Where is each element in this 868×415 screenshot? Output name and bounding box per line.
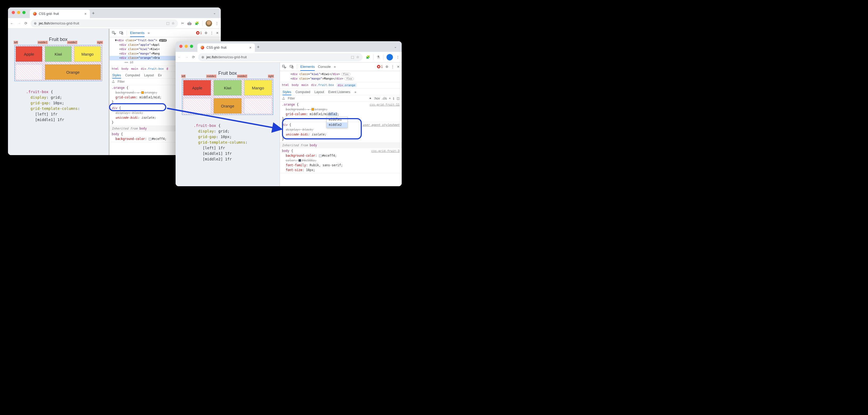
maximize-window-icon[interactable] [190,45,193,48]
browser-tab[interactable]: CSS grid- fruit × [30,9,90,18]
reload-icon[interactable]: ⟳ [192,55,195,59]
tab-dropdown-icon[interactable]: ⌄ [392,43,399,50]
new-rule-icon[interactable]: + [389,97,391,100]
tab-elements[interactable]: Elements [130,31,145,35]
favicon-icon [200,46,204,50]
grid-item-orange: Orange [214,98,241,114]
profile-avatar[interactable]: 👤 [386,54,393,60]
grid-line-label: middle1 [37,41,48,44]
grid-line-label: right [97,41,103,44]
device-mode-icon[interactable] [119,31,123,35]
forward-icon: → [17,21,21,25]
traffic-lights [12,11,26,14]
code-sample: .fruit-box { display: grid; grid-gap: 10… [26,89,96,123]
grid-item-mango: Mango [244,80,272,96]
close-window-icon[interactable] [179,45,183,48]
device-mode-icon[interactable] [289,65,294,69]
ai-assist-icon[interactable]: ✦ [369,97,372,100]
grid-item-mango: Mango [74,46,101,62]
site-info-icon[interactable]: ⊕ [202,55,204,59]
close-devtools-icon[interactable]: ✕ [397,65,400,69]
subtab-layout[interactable]: Layout [314,90,324,94]
computed-styles-icon[interactable]: ⫿ [393,97,395,100]
traffic-lights [179,45,193,48]
favicon-icon [33,12,37,16]
install-app-icon[interactable]: ⬚ [166,21,169,25]
more-tabs-icon[interactable]: » [148,31,150,35]
inspect-icon[interactable] [112,31,116,35]
subtab-styles[interactable]: Styles [112,73,121,77]
extensions-icon[interactable]: 🧩 [195,21,199,25]
grid-empty-cell [183,98,211,114]
bookmark-icon[interactable]: ☆ [172,21,175,25]
menu-icon[interactable]: ⋮ [396,55,400,59]
url-host: jec.fish [39,21,50,25]
address-bar[interactable]: ⊕ jec.fish/demo/css-grid-fruit ⬚ ☆ [198,53,363,61]
sidebar-toggle-icon[interactable]: ◫ [397,97,400,100]
titlebar: CSS grid- fruit × + ⌄ [176,41,402,52]
more-tabs-icon[interactable]: » [334,65,336,69]
page-content: Fruit box left middle1 middle2 right App… [8,29,110,155]
settings-icon[interactable]: ⚙ [385,65,389,69]
settings-icon[interactable]: ⚙ [205,31,208,35]
close-tab-icon[interactable]: × [84,12,87,16]
hov-toggle[interactable]: :hov [374,97,380,100]
grid-overlay: left middle1 middle2 right Apple Kiwi Ma… [14,45,102,81]
extensions-icon[interactable]: 🧩 [366,55,370,59]
menu-icon[interactable]: ⋮ [215,21,219,25]
subtab-styles[interactable]: Styles [282,90,291,94]
subtab-ev[interactable]: Ev [158,73,162,77]
tab-console[interactable]: Console [318,65,331,69]
browser-tab[interactable]: CSS grid- fruit × [197,43,255,52]
styles-pane[interactable]: css-grid-fruit:11 .orange { background: … [280,102,402,186]
bookmark-icon[interactable]: ☆ [356,55,360,59]
new-tab-button[interactable]: + [257,44,260,50]
tab-dropdown-icon[interactable]: ⌄ [211,9,218,16]
scissors-extension-icon[interactable]: ✂ [181,21,184,25]
breadcrumb[interactable]: html body main div.fruit-box div.orange [280,82,402,89]
close-devtools-icon[interactable]: ✕ [216,31,219,35]
close-window-icon[interactable] [12,11,15,14]
address-bar[interactable]: ⊕ jec.fish/demo/css-grid-fruit ⬚ ☆ [31,20,178,27]
close-tab-icon[interactable]: × [249,45,251,50]
filter-input[interactable] [287,96,367,101]
more-subtabs-icon[interactable]: » [354,90,356,94]
grid-line-label: right [268,74,274,78]
subtab-computed[interactable]: Computed [296,90,310,94]
url-path: /demo/css-grid-fruit [50,21,79,25]
new-tab-button[interactable]: + [92,11,95,16]
labs-icon[interactable]: ⚗ [377,55,380,59]
subtab-computed[interactable]: Computed [125,73,140,77]
reload-icon[interactable]: ⟳ [25,21,27,25]
tab-title: CSS grid- fruit [39,12,59,16]
toolbar: ← → ⟳ ⊕ jec.fish/demo/css-grid-fruit ⬚ ☆… [176,52,402,63]
grid-empty-cell [244,98,272,114]
tab-elements[interactable]: Elements [300,65,315,69]
inspect-icon[interactable] [282,65,286,69]
maximize-window-icon[interactable] [22,11,26,14]
site-info-icon[interactable]: ⊕ [34,21,37,25]
filter-icon: ⏃ [282,97,285,100]
install-app-icon[interactable]: ⬚ [351,55,354,59]
autocomplete-item[interactable]: middle1 [327,117,347,122]
forward-icon: → [185,55,188,59]
kebab-menu-icon[interactable]: ⋮ [210,31,213,35]
dom-tree[interactable]: <div class="kiwi">Kiwi</div>flex <div cl… [280,71,402,82]
grid-overlay: left middle1 middle2 right Apple Kiwi Ma… [182,79,273,115]
tab-title: CSS grid- fruit [207,46,226,50]
profile-avatar[interactable] [206,20,212,27]
minimize-window-icon[interactable] [185,45,188,48]
code-sample: .fruit-box { display: grid; grid-gap: 10… [194,123,267,162]
cls-toggle[interactable]: .cls [382,97,387,100]
kebab-menu-icon[interactable]: ⋮ [391,65,394,69]
subtab-ev[interactable]: Event Listeners [328,90,350,94]
minimize-window-icon[interactable] [17,11,20,14]
grid-line-label: left [181,74,186,78]
robot-extension-icon[interactable]: 🤖 [187,21,191,25]
grid-item-kiwi: Kiwi [214,80,241,96]
filter-icon: ⏃ [112,80,115,84]
grid-line-label: middle2 [237,74,247,78]
subtab-layout[interactable]: Layout [144,73,154,77]
grid-item-kiwi: Kiwi [45,46,71,62]
back-icon[interactable]: ← [10,21,13,25]
